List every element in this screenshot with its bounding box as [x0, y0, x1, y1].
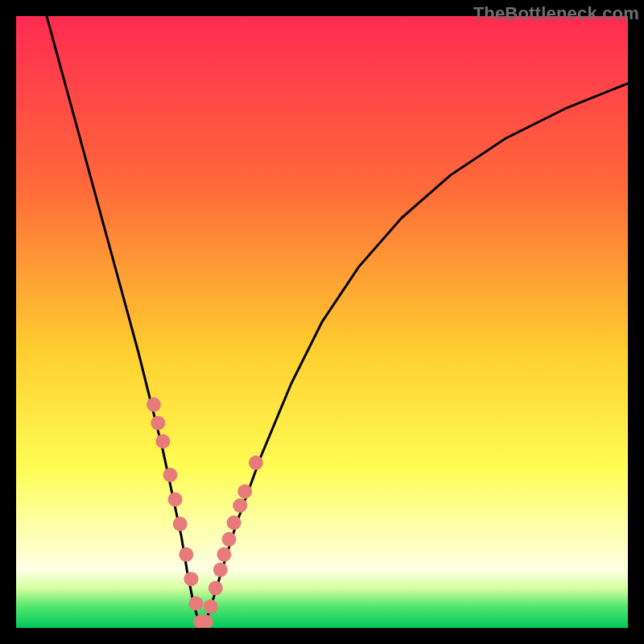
marker-dot — [213, 563, 228, 577]
watermark-text: TheBottleneck.com — [473, 3, 639, 24]
marker-dot — [163, 468, 178, 482]
marker-dot — [173, 517, 188, 531]
marker-dot — [249, 456, 263, 470]
marker-dot — [184, 572, 198, 586]
chart-frame — [16, 16, 628, 628]
marker-dot — [151, 415, 165, 430]
chart-svg — [16, 16, 628, 628]
marker-dot — [217, 547, 231, 562]
marker-dot — [222, 532, 237, 547]
marker-dot — [155, 434, 170, 448]
marker-dot — [208, 581, 223, 596]
marker-dot — [237, 485, 252, 499]
marker-dot — [168, 492, 183, 506]
marker-dot — [179, 547, 193, 562]
marker-dot — [188, 597, 203, 611]
marker-dot — [204, 599, 218, 613]
marker-dot — [233, 498, 247, 513]
marker-dot — [227, 515, 242, 530]
marker-dot — [147, 398, 161, 412]
